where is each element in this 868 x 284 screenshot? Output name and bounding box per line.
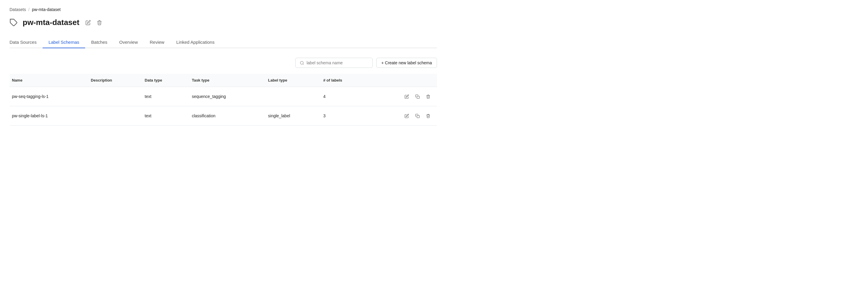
search-box [295, 58, 373, 68]
row-description [86, 87, 140, 106]
search-icon [300, 61, 304, 65]
breadcrumb-parent[interactable]: Datasets [9, 7, 26, 12]
row-name: pw-single-label-ls-1 [9, 106, 86, 126]
breadcrumb: Datasets / pw-mta-dataset [9, 7, 437, 12]
row-data-type: text [140, 106, 187, 126]
svg-line-2 [303, 64, 304, 65]
tab-data-sources[interactable]: Data Sources [9, 37, 42, 48]
col-header-actions [368, 74, 437, 87]
row-edit-icon[interactable] [402, 112, 411, 120]
dataset-icon [9, 19, 18, 27]
row-num-labels: 4 [318, 87, 368, 106]
row-delete-icon[interactable] [424, 112, 432, 120]
col-header-data-type: Data type [140, 74, 187, 87]
table-row: pw-single-label-ls-1 text classification… [9, 106, 437, 126]
toolbar: + Create new label schema [9, 58, 437, 68]
tab-label-schemas[interactable]: Label Schemas [42, 37, 85, 48]
tabs: Data Sources Label Schemas Batches Overv… [9, 37, 437, 48]
svg-point-1 [300, 61, 303, 64]
svg-rect-3 [417, 96, 419, 98]
breadcrumb-current: pw-mta-dataset [32, 7, 60, 12]
row-name: pw-seq-tagging-ls-1 [9, 87, 86, 106]
page-header: pw-mta-dataset [9, 18, 437, 27]
svg-rect-4 [417, 115, 419, 118]
row-data-type: text [140, 87, 187, 106]
row-delete-icon[interactable] [424, 92, 432, 101]
col-header-num-labels: # of labels [318, 74, 368, 87]
create-label-schema-button[interactable]: + Create new label schema [376, 58, 437, 68]
table-row: pw-seq-tagging-ls-1 text sequence_taggin… [9, 87, 437, 106]
delete-button[interactable] [96, 19, 103, 27]
table-body: pw-seq-tagging-ls-1 text sequence_taggin… [9, 87, 437, 126]
row-task-type: classification [187, 106, 263, 126]
tab-review[interactable]: Review [144, 37, 170, 48]
search-input[interactable] [307, 60, 368, 65]
page-container: Datasets / pw-mta-dataset pw-mta-dataset [0, 0, 446, 133]
col-header-description: Description [86, 74, 140, 87]
row-copy-icon[interactable] [413, 92, 422, 101]
row-edit-icon[interactable] [402, 92, 411, 101]
row-label-type: single_label [264, 106, 318, 126]
tab-linked-applications[interactable]: Linked Applications [170, 37, 220, 48]
page-title: pw-mta-dataset [23, 18, 80, 27]
col-header-task-type: Task type [187, 74, 263, 87]
row-copy-icon[interactable] [413, 112, 422, 120]
header-actions [84, 19, 103, 27]
col-header-name: Name [9, 74, 86, 87]
row-label-type [264, 87, 318, 106]
tab-batches[interactable]: Batches [85, 37, 113, 48]
row-description [86, 106, 140, 126]
row-task-type: sequence_tagging [187, 87, 263, 106]
label-schemas-table: Name Description Data type Task type Lab… [9, 74, 437, 126]
table-header: Name Description Data type Task type Lab… [9, 74, 437, 87]
row-num-labels: 3 [318, 106, 368, 126]
col-header-label-type: Label type [264, 74, 318, 87]
tab-overview[interactable]: Overview [114, 37, 144, 48]
breadcrumb-separator: / [28, 7, 29, 12]
row-actions [368, 87, 437, 106]
row-actions [368, 106, 437, 126]
edit-button[interactable] [84, 19, 92, 27]
